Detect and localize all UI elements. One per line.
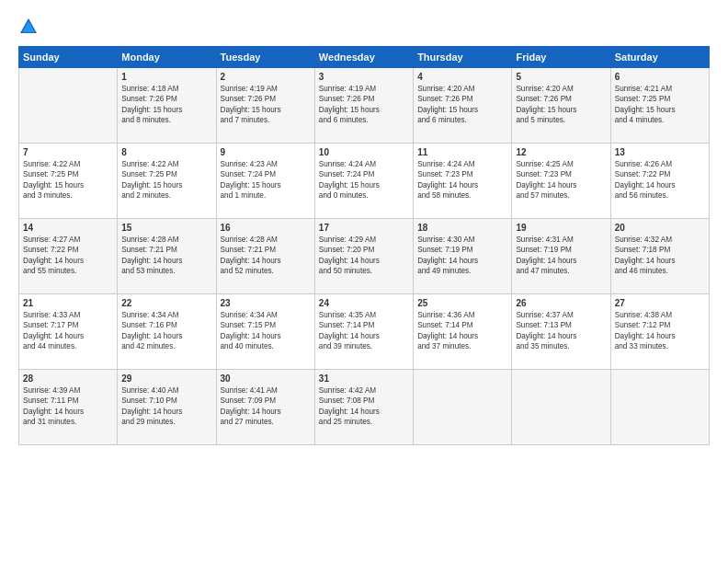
week-row-2: 14Sunrise: 4:27 AMSunset: 7:22 PMDayligh… <box>19 219 710 294</box>
cell-text: Sunrise: 4:19 AMSunset: 7:26 PMDaylight:… <box>319 84 409 126</box>
day-number: 26 <box>516 298 606 308</box>
cell-text: Sunrise: 4:36 AMSunset: 7:14 PMDaylight:… <box>417 310 507 352</box>
header-cell-friday: Friday <box>512 47 610 68</box>
calendar-cell: 22Sunrise: 4:34 AMSunset: 7:16 PMDayligh… <box>118 294 216 370</box>
calendar-cell: 8Sunrise: 4:22 AMSunset: 7:25 PMDaylight… <box>118 144 216 219</box>
day-number: 17 <box>319 223 409 233</box>
day-number: 16 <box>221 223 311 233</box>
calendar-cell: 11Sunrise: 4:24 AMSunset: 7:23 PMDayligh… <box>414 144 512 219</box>
cell-text: Sunrise: 4:24 AMSunset: 7:24 PMDaylight:… <box>319 159 409 201</box>
calendar-cell: 4Sunrise: 4:20 AMSunset: 7:26 PMDaylight… <box>414 68 512 144</box>
calendar-cell: 21Sunrise: 4:33 AMSunset: 7:17 PMDayligh… <box>19 294 118 370</box>
week-row-1: 7Sunrise: 4:22 AMSunset: 7:25 PMDaylight… <box>19 144 710 219</box>
week-row-3: 21Sunrise: 4:33 AMSunset: 7:17 PMDayligh… <box>19 294 710 370</box>
logo <box>18 17 42 37</box>
day-number: 2 <box>221 72 311 82</box>
cell-text: Sunrise: 4:26 AMSunset: 7:22 PMDaylight:… <box>615 159 705 201</box>
cell-text: Sunrise: 4:28 AMSunset: 7:21 PMDaylight:… <box>121 235 211 277</box>
cell-text: Sunrise: 4:23 AMSunset: 7:24 PMDaylight:… <box>221 159 311 201</box>
cell-text: Sunrise: 4:24 AMSunset: 7:23 PMDaylight:… <box>417 159 507 201</box>
day-number: 28 <box>23 373 113 384</box>
day-number: 23 <box>221 298 311 308</box>
calendar-cell: 25Sunrise: 4:36 AMSunset: 7:14 PMDayligh… <box>414 294 512 370</box>
day-number: 14 <box>23 223 113 233</box>
cell-text: Sunrise: 4:39 AMSunset: 7:11 PMDaylight:… <box>23 385 113 428</box>
calendar-cell: 3Sunrise: 4:19 AMSunset: 7:26 PMDaylight… <box>314 68 413 144</box>
header-cell-tuesday: Tuesday <box>216 47 314 68</box>
day-number: 11 <box>417 147 507 157</box>
cell-text: Sunrise: 4:40 AMSunset: 7:10 PMDaylight:… <box>121 385 211 428</box>
day-number: 10 <box>319 147 409 157</box>
day-number: 1 <box>121 72 211 82</box>
day-number: 12 <box>516 147 606 157</box>
calendar-cell: 20Sunrise: 4:32 AMSunset: 7:18 PMDayligh… <box>610 219 709 294</box>
header-cell-monday: Monday <box>118 47 216 68</box>
calendar-cell: 9Sunrise: 4:23 AMSunset: 7:24 PMDaylight… <box>216 144 314 219</box>
calendar-cell: 14Sunrise: 4:27 AMSunset: 7:22 PMDayligh… <box>19 219 118 294</box>
cell-text: Sunrise: 4:28 AMSunset: 7:21 PMDaylight:… <box>221 235 311 277</box>
day-number: 30 <box>221 373 311 384</box>
cell-text: Sunrise: 4:42 AMSunset: 7:08 PMDaylight:… <box>319 385 409 428</box>
cell-text: Sunrise: 4:20 AMSunset: 7:26 PMDaylight:… <box>516 84 606 126</box>
cell-text: Sunrise: 4:18 AMSunset: 7:26 PMDaylight:… <box>121 84 211 126</box>
calendar-cell: 5Sunrise: 4:20 AMSunset: 7:26 PMDaylight… <box>512 68 610 144</box>
header-cell-sunday: Sunday <box>19 47 118 68</box>
calendar-cell: 17Sunrise: 4:29 AMSunset: 7:20 PMDayligh… <box>314 219 413 294</box>
calendar-cell <box>512 370 610 445</box>
week-row-4: 28Sunrise: 4:39 AMSunset: 7:11 PMDayligh… <box>19 370 710 445</box>
calendar-cell: 12Sunrise: 4:25 AMSunset: 7:23 PMDayligh… <box>512 144 610 219</box>
calendar-cell: 26Sunrise: 4:37 AMSunset: 7:13 PMDayligh… <box>512 294 610 370</box>
cell-text: Sunrise: 4:21 AMSunset: 7:25 PMDaylight:… <box>615 84 705 126</box>
header-row: SundayMondayTuesdayWednesdayThursdayFrid… <box>19 47 710 68</box>
cell-text: Sunrise: 4:32 AMSunset: 7:18 PMDaylight:… <box>615 235 705 277</box>
header <box>18 17 710 37</box>
calendar-cell: 24Sunrise: 4:35 AMSunset: 7:14 PMDayligh… <box>314 294 413 370</box>
calendar-cell <box>414 370 512 445</box>
day-number: 22 <box>121 298 211 308</box>
week-row-0: 1Sunrise: 4:18 AMSunset: 7:26 PMDaylight… <box>19 68 710 144</box>
calendar-cell <box>610 370 709 445</box>
day-number: 18 <box>417 223 507 233</box>
cell-text: Sunrise: 4:34 AMSunset: 7:16 PMDaylight:… <box>121 310 211 352</box>
calendar-cell: 29Sunrise: 4:40 AMSunset: 7:10 PMDayligh… <box>118 370 216 445</box>
calendar-cell: 18Sunrise: 4:30 AMSunset: 7:19 PMDayligh… <box>414 219 512 294</box>
calendar-cell: 19Sunrise: 4:31 AMSunset: 7:19 PMDayligh… <box>512 219 610 294</box>
cell-text: Sunrise: 4:37 AMSunset: 7:13 PMDaylight:… <box>516 310 606 352</box>
header-cell-thursday: Thursday <box>414 47 512 68</box>
calendar-cell <box>19 68 118 144</box>
cell-text: Sunrise: 4:19 AMSunset: 7:26 PMDaylight:… <box>221 84 311 126</box>
calendar-table: SundayMondayTuesdayWednesdayThursdayFrid… <box>18 46 710 445</box>
day-number: 24 <box>319 298 409 308</box>
cell-text: Sunrise: 4:34 AMSunset: 7:15 PMDaylight:… <box>221 310 311 352</box>
day-number: 9 <box>221 147 311 157</box>
day-number: 13 <box>615 147 705 157</box>
day-number: 15 <box>121 223 211 233</box>
day-number: 21 <box>23 298 113 308</box>
cell-text: Sunrise: 4:20 AMSunset: 7:26 PMDaylight:… <box>417 84 507 126</box>
calendar-cell: 15Sunrise: 4:28 AMSunset: 7:21 PMDayligh… <box>118 219 216 294</box>
cell-text: Sunrise: 4:41 AMSunset: 7:09 PMDaylight:… <box>221 385 311 428</box>
day-number: 5 <box>516 72 606 82</box>
header-cell-wednesday: Wednesday <box>314 47 413 68</box>
calendar-cell: 30Sunrise: 4:41 AMSunset: 7:09 PMDayligh… <box>216 370 314 445</box>
cell-text: Sunrise: 4:25 AMSunset: 7:23 PMDaylight:… <box>516 159 606 201</box>
calendar-cell: 1Sunrise: 4:18 AMSunset: 7:26 PMDaylight… <box>118 68 216 144</box>
calendar-cell: 16Sunrise: 4:28 AMSunset: 7:21 PMDayligh… <box>216 219 314 294</box>
header-cell-saturday: Saturday <box>610 47 709 68</box>
calendar-cell: 6Sunrise: 4:21 AMSunset: 7:25 PMDaylight… <box>610 68 709 144</box>
calendar-cell: 13Sunrise: 4:26 AMSunset: 7:22 PMDayligh… <box>610 144 709 219</box>
day-number: 19 <box>516 223 606 233</box>
day-number: 31 <box>319 373 409 384</box>
day-number: 27 <box>615 298 705 308</box>
cell-text: Sunrise: 4:31 AMSunset: 7:19 PMDaylight:… <box>516 235 606 277</box>
calendar-cell: 2Sunrise: 4:19 AMSunset: 7:26 PMDaylight… <box>216 68 314 144</box>
cell-text: Sunrise: 4:27 AMSunset: 7:22 PMDaylight:… <box>23 235 113 277</box>
cell-text: Sunrise: 4:22 AMSunset: 7:25 PMDaylight:… <box>23 159 113 201</box>
calendar-page: SundayMondayTuesdayWednesdayThursdayFrid… <box>0 0 728 563</box>
calendar-cell: 23Sunrise: 4:34 AMSunset: 7:15 PMDayligh… <box>216 294 314 370</box>
cell-text: Sunrise: 4:30 AMSunset: 7:19 PMDaylight:… <box>417 235 507 277</box>
calendar-cell: 28Sunrise: 4:39 AMSunset: 7:11 PMDayligh… <box>19 370 118 445</box>
cell-text: Sunrise: 4:38 AMSunset: 7:12 PMDaylight:… <box>615 310 705 352</box>
cell-text: Sunrise: 4:33 AMSunset: 7:17 PMDaylight:… <box>23 310 113 352</box>
day-number: 6 <box>615 72 705 82</box>
